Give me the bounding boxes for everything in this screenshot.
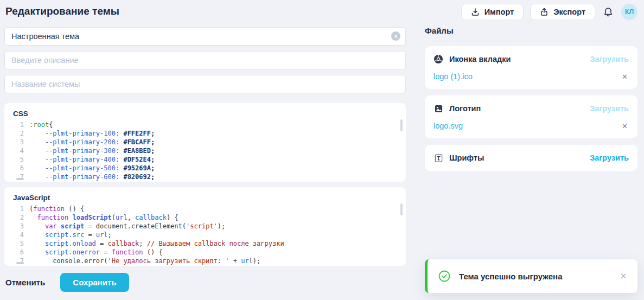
files-panel-title: Файлы [425,26,637,35]
code-line: 1:root{ [13,120,397,129]
line-number: 4 [13,231,24,239]
code-line: 2 function loadScript(url, callback) { [13,213,397,222]
bell-icon [603,7,614,17]
line-number: 1 [13,120,24,129]
theme-form: ✕ CSS 1:root{2 --plmt-primary-100: #FFE2… [4,27,406,266]
system-name-field-wrap [4,75,406,93]
code-line: 4 script.src = url; [13,231,397,239]
file-card-label: Шрифты [449,154,590,162]
page-title: Редактирование темы [5,5,119,17]
code-line: 6 script.onerror = function () { [13,248,397,257]
theme-name-field-wrap: ✕ [4,27,406,46]
cancel-button[interactable]: Отменить [5,278,45,287]
line-number: 4 [13,146,24,155]
js-horizontal-scrollbar[interactable] [16,262,24,264]
css-editor-card: CSS 1:root{2 --plmt-primary-100: #FFE2FF… [4,103,406,182]
code-line: 3 --plmt-primary-200: #FBCAFF; [13,138,397,146]
line-number: 3 [13,138,24,146]
theme-editor-page: Редактирование темы Импорт Экспорт КЛ ✕ [0,0,644,300]
line-number: 3 [13,222,24,231]
file-row: logo (1).ico ✕ [433,72,629,81]
css-vertical-scrollbar[interactable] [400,119,403,131]
code-line: 4 --plmt-primary-300: #EA8BED; [13,146,397,155]
line-number: 2 [13,213,24,222]
font-icon [433,153,443,163]
line-number: 5 [13,155,24,164]
notifications-button[interactable] [602,5,615,18]
import-icon [471,8,480,16]
description-input[interactable] [4,51,406,69]
import-button-label: Импорт [484,8,514,16]
css-code-area[interactable]: 1:root{2 --plmt-primary-100: #FFE2FF;3 -… [13,120,397,181]
line-number: 1 [13,205,24,213]
files-panel: Файлы Иконка вкладки Загрузить logo (1).… [425,26,637,177]
clear-name-button[interactable]: ✕ [391,31,400,41]
js-editor-card: JavaScript 1(function () {2 function loa… [4,187,406,266]
upload-logo-button[interactable]: Загрузить [590,104,629,113]
line-number: 6 [13,164,24,173]
css-horizontal-scrollbar[interactable] [16,178,24,180]
import-button[interactable]: Импорт [461,4,524,20]
toast-message: Тема успешно выгружена [459,272,619,281]
success-check-icon [438,270,450,282]
image-icon [433,104,443,113]
code-line: 5 script.onload = callback; // Вызываем … [13,239,397,248]
js-code-area[interactable]: 1(function () {2 function loadScript(url… [13,205,397,265]
success-toast: Тема успешно выгружена ✕ [425,259,637,293]
code-line: 3 var script = document.createElement('s… [13,222,397,231]
code-line: 1(function () { [13,205,397,213]
tab-icon-file-link[interactable]: logo (1).ico [433,72,473,81]
code-line: 6 --plmt-primary-500: #95269A; [13,164,397,173]
toast-close-icon[interactable]: ✕ [619,271,628,281]
code-line: 2 --plmt-primary-100: #FFE2FF; [13,129,397,138]
file-row: logo.svg ✕ [433,122,629,130]
code-line: 7 console.error('Не удалось загрузить ск… [13,257,397,265]
remove-logo-button[interactable]: ✕ [621,122,629,130]
file-card-label: Иконка вкладки [449,55,590,63]
system-name-input[interactable] [4,75,406,93]
form-actions: Отменить Сохранить [5,273,129,292]
line-number: 2 [13,129,24,138]
line-number: 5 [13,239,24,248]
file-card-fonts: Шрифты Загрузить [425,145,637,171]
file-card-header: Иконка вкладки Загрузить [433,54,629,64]
save-button[interactable]: Сохранить [60,273,129,292]
file-card-tab-icon: Иконка вкладки Загрузить logo (1).ico ✕ [425,46,637,89]
avatar[interactable]: КЛ [621,4,637,20]
code-line: 5 --plmt-primary-400: #DF52E4; [13,155,397,164]
upload-fonts-button[interactable]: Загрузить [590,154,629,162]
header-actions: Импорт Экспорт КЛ [461,4,637,20]
export-icon [540,8,549,16]
code-line: 7 --plmt-primary-600: #820692; [13,173,397,181]
upload-tab-icon-button[interactable]: Загрузить [590,55,629,63]
theme-name-input[interactable] [4,27,406,46]
file-card-logo: Логотип Загрузить logo.svg ✕ [425,95,637,138]
export-button[interactable]: Экспорт [530,4,595,20]
line-number: 6 [13,248,24,257]
logo-file-link[interactable]: logo.svg [433,122,463,130]
remove-tab-icon-button[interactable]: ✕ [621,73,629,81]
export-button-label: Экспорт [553,8,585,16]
description-field-wrap [4,51,406,69]
css-editor-title: CSS [13,110,397,118]
js-vertical-scrollbar[interactable] [400,203,403,215]
js-editor-title: JavaScript [13,194,397,202]
file-card-header: Логотип Загрузить [433,104,629,113]
file-card-label: Логотип [449,104,590,113]
browser-tab-icon [433,54,443,64]
file-card-header: Шрифты Загрузить [433,153,629,163]
